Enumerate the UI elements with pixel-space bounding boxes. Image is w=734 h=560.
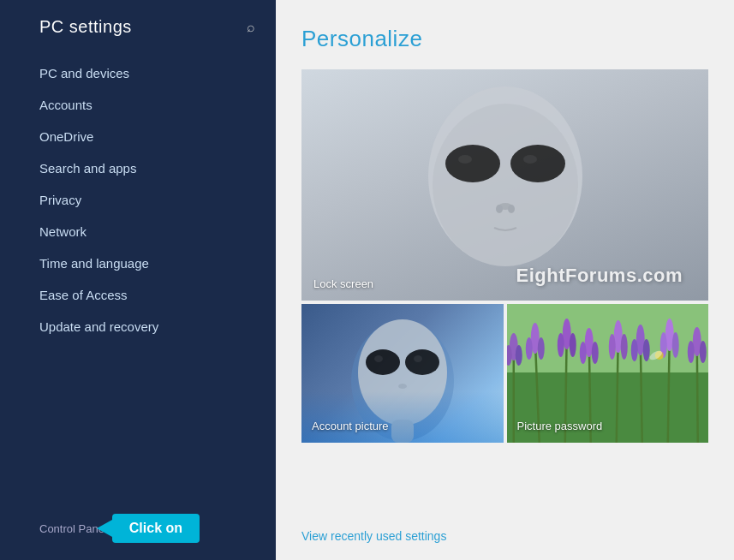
- account-picture-panel[interactable]: Account picture: [301, 304, 504, 443]
- svg-point-33: [579, 342, 586, 364]
- alien-large-icon: [411, 74, 600, 296]
- account-picture-label: Account picture: [312, 420, 389, 432]
- picture-password-panel[interactable]: Picture password: [507, 304, 709, 443]
- sidebar-nav: PC and devices Accounts OneDrive Search …: [0, 54, 276, 500]
- svg-point-49: [687, 341, 694, 363]
- svg-point-22: [515, 345, 522, 366]
- picture-password-label: Picture password: [517, 420, 603, 432]
- lock-screen-image: EightForums.com: [301, 69, 708, 301]
- svg-point-34: [591, 342, 598, 364]
- svg-point-37: [608, 334, 615, 360]
- sidebar-header: PC settings ⌕: [0, 0, 276, 54]
- sidebar-item-update-and-recovery[interactable]: Update and recovery: [0, 311, 276, 343]
- svg-point-30: [569, 333, 576, 357]
- sidebar-item-onedrive[interactable]: OneDrive: [0, 121, 276, 152]
- sidebar-item-ease-of-access[interactable]: Ease of Access: [0, 279, 276, 311]
- view-recently-link[interactable]: View recently used settings: [301, 529, 708, 543]
- watermark-text: EightForums.com: [516, 265, 683, 287]
- lock-screen-label: Lock screen: [313, 277, 373, 290]
- lock-screen-panel[interactable]: EightForums.com Lock screen: [301, 69, 708, 301]
- sidebar-item-network[interactable]: Network: [0, 216, 276, 247]
- sidebar-item-search-and-apps[interactable]: Search and apps: [0, 152, 276, 184]
- sidebar-title: PC settings: [39, 17, 132, 37]
- svg-point-11: [366, 349, 400, 375]
- image-grid: EightForums.com Lock screen: [301, 69, 708, 514]
- svg-point-25: [525, 337, 532, 360]
- svg-line-47: [696, 342, 697, 443]
- svg-point-26: [537, 337, 544, 360]
- svg-point-13: [374, 355, 383, 362]
- svg-point-8: [433, 104, 578, 266]
- click-on-badge[interactable]: Click on: [112, 514, 200, 543]
- svg-point-42: [642, 339, 649, 361]
- sidebar-item-time-and-language[interactable]: Time and language: [0, 247, 276, 279]
- svg-point-29: [557, 333, 564, 357]
- svg-point-50: [699, 341, 706, 363]
- sidebar-item-accounts[interactable]: Accounts: [0, 89, 276, 121]
- svg-point-38: [620, 334, 627, 360]
- page-title: Personalize: [301, 26, 708, 52]
- svg-point-14: [414, 355, 422, 362]
- bottom-images-row: Account picture: [301, 304, 708, 443]
- sidebar-item-privacy[interactable]: Privacy: [0, 184, 276, 216]
- search-icon[interactable]: ⌕: [247, 20, 255, 35]
- svg-point-46: [671, 332, 678, 358]
- sidebar-footer: Control Panel Click on: [0, 500, 276, 560]
- svg-point-12: [405, 349, 439, 375]
- svg-point-41: [630, 339, 637, 361]
- main-content: Personalize: [276, 0, 734, 560]
- sidebar-item-pc-and-devices[interactable]: PC and devices: [0, 57, 276, 89]
- sidebar: PC settings ⌕ PC and devices Accounts On…: [0, 0, 276, 560]
- svg-point-15: [398, 384, 407, 389]
